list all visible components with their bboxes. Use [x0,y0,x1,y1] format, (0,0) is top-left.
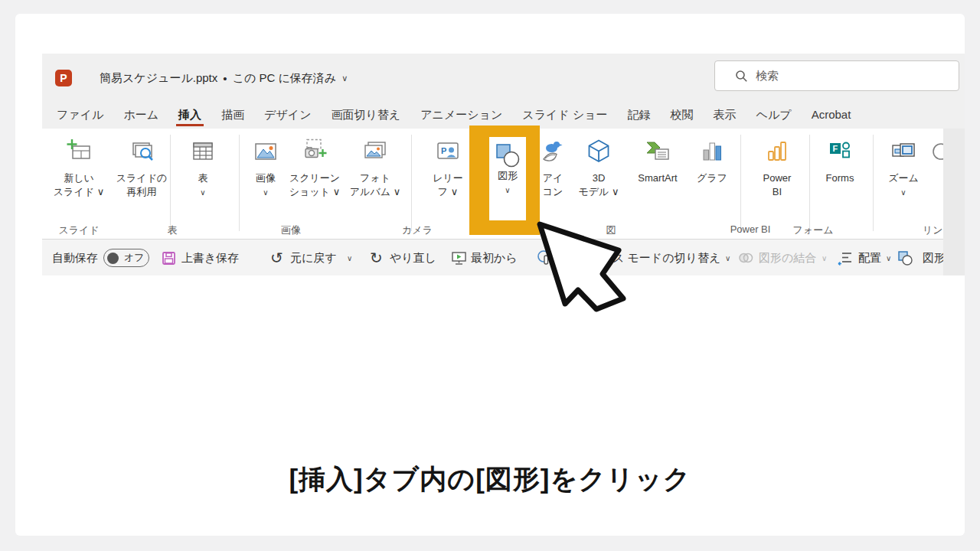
dot-separator: • [223,72,227,85]
shapes-icon [489,137,526,169]
document-title: 簡易スケジュール.pptx • この PC に保存済み ∨ [100,54,348,103]
group-separator [411,135,412,231]
ribbon-button-picture[interactable]: 画像∨ [239,138,292,199]
ribbon-button-cameo[interactable]: P レリーフ ∨ [421,138,475,199]
touch-mouse-mode-icon[interactable] [537,240,554,276]
ribbon-button-table[interactable]: 表∨ [176,138,230,199]
ribbon-button-chart[interactable]: グラフ [685,138,739,185]
redo-icon[interactable]: ↻ [370,240,383,276]
redo-button[interactable]: やり直し [390,240,436,276]
tab-design[interactable]: デザイン [254,103,321,129]
ribbon-button-new-slide[interactable]: 新しいスライド ∨ [52,138,106,199]
search-input[interactable]: 検索 [714,60,959,91]
tab-insert[interactable]: 挿入 [168,103,211,129]
screenshot-icon [288,138,341,171]
tab-transitions[interactable]: 画面切り替え [322,103,411,129]
photo-album-icon [348,138,402,171]
merge-shapes-button: 図形の結合 [759,240,816,276]
ribbon-button-photo-album[interactable]: フォトアルバム ∨ [348,138,402,199]
caption: [挿入]タブ内の[図形]をクリック [0,461,980,497]
ribbon-button-shapes[interactable]: 図形∨ [489,137,526,220]
autosave-toggle[interactable]: オフ [103,249,149,267]
powerpoint-window: P 簡易スケジュール.pptx • この PC に保存済み ∨ 検索 ファイル … [42,54,965,276]
group-label-images: 画像 [256,223,325,237]
cameo-icon: P [421,138,475,171]
toggle-knob [107,253,119,264]
group-separator [809,135,810,231]
tutorial-slide: P 簡易スケジュール.pptx • この PC に保存済み ∨ 検索 ファイル … [0,0,980,551]
align-button[interactable]: 配置 [858,240,881,276]
group-label-camera: カメラ [383,223,452,237]
ribbon-button-forms[interactable]: F Forms [813,138,867,185]
chevron-down-icon[interactable]: ∨ [725,240,730,276]
new-slide-icon [52,138,106,171]
align-icon[interactable] [837,240,854,276]
search-icon [735,70,748,83]
title-bar: P 簡易スケジュール.pptx • この PC に保存済み ∨ 検索 [42,54,965,103]
highlight-box: 図形∨ [469,126,540,235]
ribbon-button-smartart[interactable]: SmartArt [628,138,688,185]
svg-text:F: F [833,144,838,153]
group-separator [740,135,741,231]
window-right-filler [943,129,965,276]
autosave-label: 自動保存 [52,240,98,276]
filename: 簡易スケジュール.pptx [100,71,217,86]
power-bi-icon [750,138,804,171]
save-button[interactable]: 上書き保存 [181,240,239,276]
smartart-icon [628,138,688,171]
slide-zoom-icon [877,138,930,171]
save-icon[interactable] [162,240,176,276]
group-label-table: 表 [138,223,207,237]
group-label-illustrations: 図 [577,223,645,237]
ribbon-tab-bar: ファイル ホーム 挿入 描画 デザイン 画面切り替え アニメーション スライド … [47,103,861,129]
merge-shapes-icon [737,240,754,276]
tab-file[interactable]: ファイル [47,103,113,129]
chevron-down-icon[interactable]: ∨ [341,73,348,83]
group-separator [170,135,171,231]
chevron-down-icon: ∨ [263,188,268,197]
shapes-small-icon[interactable] [897,240,913,276]
group-separator [873,135,874,231]
shapes-qat-button[interactable]: 図形 [923,240,946,276]
undo-button[interactable]: 元に戻す [290,240,337,276]
chevron-down-icon: ∨ [900,188,906,197]
ribbon-button-zoom[interactable]: ズーム∨ [877,138,930,199]
svg-text:P: P [441,146,446,155]
chevron-down-icon: ∨ [505,186,510,194]
forms-icon: F [813,138,867,171]
reuse-slides-icon [115,138,168,171]
tab-view[interactable]: 表示 [704,103,746,129]
tab-help[interactable]: ヘルプ [746,103,802,129]
tab-review[interactable]: 校閲 [661,103,704,129]
chevron-down-icon: ∨ [822,240,827,276]
chevron-down-icon: ∨ [200,188,205,197]
powerpoint-app-icon: P [55,70,72,86]
search-placeholder: 検索 [756,69,779,83]
quick-access-toolbar: 自動保存 オフ 上書き保存 ↺ 元に戻す ∨ ↻ やり直し 最初から ス モード… [42,239,943,276]
chart-icon [685,138,739,171]
tab-home[interactable]: ホーム [113,103,168,129]
table-icon [176,138,230,171]
mode-switch-button[interactable]: ス モードの切り替え [612,240,720,276]
3d-model-icon [572,138,626,171]
chevron-down-icon[interactable]: ∨ [347,240,352,276]
picture-icon [239,138,292,171]
group-label-slides: スライド [44,223,113,237]
tab-draw[interactable]: 描画 [211,103,254,129]
undo-icon[interactable]: ↺ [270,240,283,276]
ribbon-button-power-bi[interactable]: PowerBI [750,138,804,199]
group-label-forms: フォーム [779,223,848,237]
ribbon-button-3d-model[interactable]: 3Dモデル ∨ [572,138,626,199]
saved-status[interactable]: この PC に保存済み [233,71,337,86]
chevron-down-icon[interactable]: ∨ [886,240,891,276]
group-label-power-bi: Power BI [716,223,785,235]
tab-acrobat[interactable]: Acrobat [802,103,861,129]
ribbon-button-reuse-slides[interactable]: スライドの再利用 [115,138,168,199]
ribbon-button-screenshot[interactable]: スクリーンショット ∨ [288,138,341,199]
tab-record[interactable]: 記録 [618,103,661,129]
from-beginning-icon[interactable] [451,240,467,276]
from-beginning-button[interactable]: 最初から [471,240,518,276]
